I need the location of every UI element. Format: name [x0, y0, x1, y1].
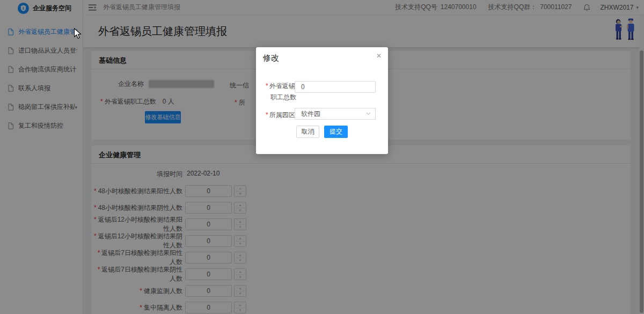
returning-staff-total-label: 外省返锡 职工总数 [266, 81, 296, 103]
required-mark [266, 82, 269, 90]
cancel-button[interactable]: 取消 [296, 126, 319, 138]
edit-modal: 修改 ✕ 外省返锡 职工总数 0 所属园区 软件园 取消 提交 [256, 47, 388, 154]
park-select[interactable]: 软件园 [295, 108, 376, 120]
park-select-value: 软件园 [301, 109, 320, 119]
close-icon[interactable]: ✕ [375, 51, 383, 61]
app-window: 外省返锡员工健康管理填报 技术支持QQ号1240700010 技术支持QQ群：7… [0, 0, 644, 314]
modal-title: 修改 [263, 53, 279, 63]
submit-button[interactable]: 提交 [324, 126, 348, 138]
modal-footer: 取消 提交 [256, 126, 388, 138]
chevron-down-icon [366, 112, 371, 115]
returning-staff-total-input[interactable]: 0 [295, 81, 376, 93]
park-select-label: 所属园区 [266, 109, 295, 121]
required-mark [266, 111, 269, 119]
